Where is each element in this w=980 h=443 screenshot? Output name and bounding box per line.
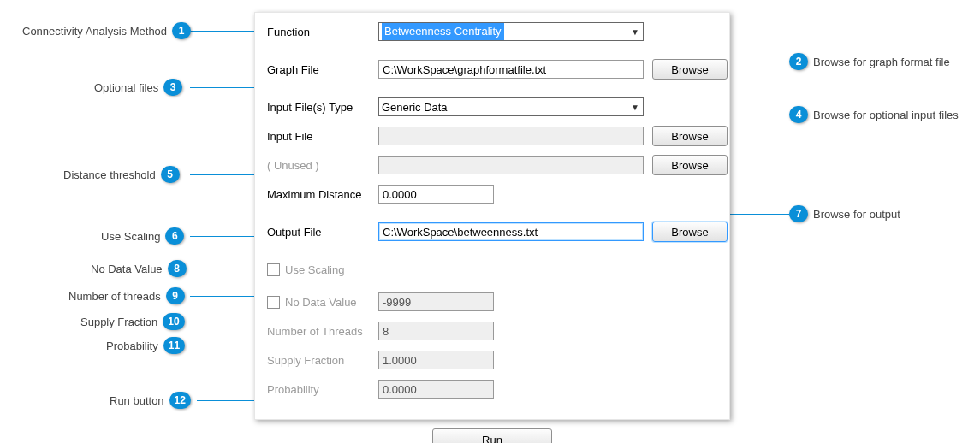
callout-badge: 1 (172, 22, 191, 39)
supply-input (378, 351, 494, 369)
callout-badge: 5 (161, 166, 180, 183)
output-file-input[interactable] (378, 222, 644, 241)
callout-badge: 7 (789, 205, 808, 222)
chevron-down-icon: ▼ (627, 103, 643, 112)
callout-badge: 11 (163, 337, 185, 354)
callout-label: Browse for optional input files (813, 109, 959, 121)
threads-input (378, 322, 494, 340)
use-scaling-checkbox[interactable] (267, 263, 280, 276)
callout-label: Distance threshold (63, 168, 156, 181)
graph-file-label: Graph File (267, 63, 378, 76)
callout-badge: 8 (168, 260, 187, 277)
unused-label: ( Unused ) (267, 159, 378, 172)
callout-label: Use Scaling (101, 230, 160, 243)
input-type-label: Input File(s) Type (267, 101, 378, 114)
threads-label: Number of Threads (267, 325, 378, 338)
input-file-label: Input File (267, 130, 378, 143)
unused-input (378, 156, 644, 174)
no-data-input (378, 292, 494, 311)
browse-graph-button[interactable]: Browse (652, 59, 728, 80)
probability-input (378, 380, 494, 399)
callout-label: No Data Value (91, 263, 163, 275)
run-button[interactable]: Run (432, 428, 552, 443)
callout-badge: 6 (165, 227, 184, 245)
callout-badge: 3 (163, 79, 182, 96)
max-distance-label: Maximum Distance (267, 188, 378, 201)
no-data-checkbox[interactable] (267, 296, 280, 309)
max-distance-input[interactable] (378, 185, 494, 204)
callout-badge: 10 (163, 313, 184, 330)
use-scaling-label: Use Scaling (285, 263, 344, 276)
callout-label: Connectivity Analysis Method (22, 25, 167, 38)
output-file-label: Output File (267, 226, 378, 239)
callout-label: Optional files (94, 81, 158, 94)
callout-label: Run button (110, 394, 164, 407)
callout-label: Number of threads (68, 290, 161, 303)
supply-label: Supply Fraction (267, 354, 378, 367)
input-type-select[interactable]: Generic Data ▼ (378, 97, 644, 116)
browse-unused-button[interactable]: Browse (652, 155, 728, 175)
callout-badge: 12 (169, 392, 191, 409)
callout-label: Supply Fraction (80, 316, 157, 328)
callout-badge: 2 (789, 53, 808, 70)
form-panel: Function Betweenness Centrality ▼ Graph … (254, 12, 730, 420)
graph-file-input[interactable] (378, 60, 644, 79)
callout-badge: 9 (166, 287, 185, 304)
browse-output-button[interactable]: Browse (652, 222, 728, 242)
callout-badge: 4 (789, 106, 808, 123)
chevron-down-icon: ▼ (627, 27, 643, 37)
function-value: Betweenness Centrality (382, 23, 504, 40)
input-type-value: Generic Data (382, 101, 448, 114)
callout-label: Probability (106, 340, 158, 352)
browse-input-button[interactable]: Browse (652, 126, 728, 146)
callout-label: Browse for output (813, 208, 900, 221)
no-data-label: No Data Value (285, 296, 357, 309)
probability-label: Probability (267, 383, 378, 396)
function-select[interactable]: Betweenness Centrality ▼ (378, 22, 644, 41)
callout-label: Browse for graph format file (813, 56, 950, 68)
function-label: Function (267, 26, 378, 38)
input-file-input (378, 127, 644, 145)
